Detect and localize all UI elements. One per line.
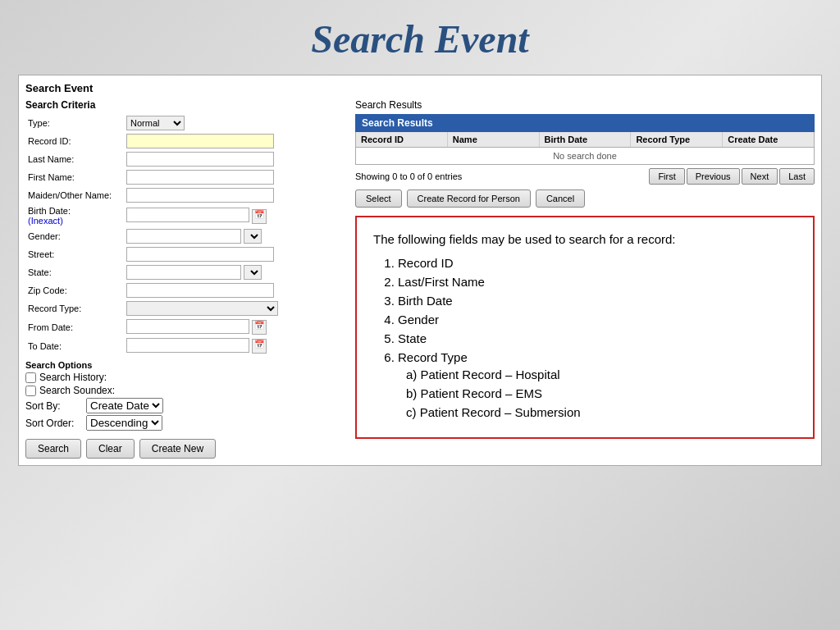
sort-order-select[interactable]: Descending Ascending — [86, 415, 162, 431]
gender-input[interactable] — [126, 229, 241, 244]
record-type-label: Record Type: — [25, 299, 124, 317]
cancel-button[interactable]: Cancel — [536, 189, 585, 208]
search-soundex-label: Search Soundex: — [39, 385, 115, 396]
col-birth-date: Birth Date — [540, 132, 632, 147]
from-date-input[interactable] — [126, 319, 249, 334]
street-input[interactable] — [126, 247, 274, 262]
list-item: Birth Date — [398, 294, 797, 308]
page-title: Search Event — [311, 16, 528, 62]
results-columns: Record ID Name Birth Date Record Type Cr… — [355, 132, 815, 148]
sub-list: a) Patient Record – Hospital b) Patient … — [406, 368, 797, 419]
no-search-row: No search done — [355, 148, 815, 165]
inexact-label: (Inexact) — [28, 216, 63, 226]
sort-by-row: Sort By: Create Date Last Name First Nam… — [25, 398, 345, 413]
state-input[interactable] — [126, 265, 241, 280]
birth-date-input[interactable] — [126, 208, 249, 222]
main-panel: Search Event Search Criteria Type: Norma… — [18, 75, 822, 466]
record-id-input[interactable] — [126, 134, 274, 148]
last-name-label: Last Name: — [25, 150, 124, 168]
clear-button[interactable]: Clear — [86, 439, 135, 459]
birth-date-label: Birth Date: (Inexact) — [25, 204, 124, 227]
last-name-input[interactable] — [126, 152, 274, 167]
from-date-label: From Date: — [25, 317, 124, 336]
zip-code-label: Zip Code: — [25, 281, 124, 299]
to-date-label: To Date: — [25, 336, 124, 355]
search-history-row: Search History: — [25, 372, 345, 383]
sub-list-item: c) Patient Record – Submersion — [406, 405, 797, 419]
showing-row: Showing 0 to 0 of 0 entries First Previo… — [355, 168, 815, 185]
search-criteria-label: Search Criteria — [25, 99, 345, 111]
sub-list-item: b) Patient Record – EMS — [406, 386, 797, 400]
sort-by-select[interactable]: Create Date Last Name First Name — [86, 398, 163, 413]
panel-title: Search Event — [25, 82, 815, 94]
select-button[interactable]: Select — [355, 189, 402, 208]
col-name: Name — [448, 132, 540, 147]
first-name-input[interactable] — [126, 170, 274, 185]
col-record-type: Record Type — [631, 132, 723, 147]
from-date-calendar-icon[interactable]: 📅 — [252, 320, 267, 335]
col-record-id: Record ID — [356, 132, 448, 147]
gender-label: Gender: — [25, 227, 124, 245]
next-button[interactable]: Next — [742, 168, 778, 185]
record-id-label: Record ID: — [25, 132, 124, 150]
create-record-button[interactable]: Create Record for Person — [407, 189, 531, 208]
search-options-title: Search Options — [25, 360, 345, 370]
info-box: The following fields may be used to sear… — [355, 216, 815, 439]
sort-order-label: Sort Order: — [25, 418, 83, 429]
list-item: Record Type a) Patient Record – Hospital… — [398, 350, 797, 419]
to-date-calendar-icon[interactable]: 📅 — [252, 339, 267, 354]
list-item: Record ID — [398, 256, 797, 270]
info-list: Record ID Last/First Name Birth Date Gen… — [398, 256, 797, 419]
results-header-bar: Search Results — [355, 114, 815, 132]
type-select[interactable]: Normal Advanced — [126, 116, 185, 130]
type-label: Type: — [25, 114, 124, 132]
action-buttons: Search Clear Create New — [25, 439, 345, 459]
record-type-select[interactable]: Patient Record – Hospital Patient Record… — [126, 301, 278, 316]
left-column: Search Criteria Type: Normal Advanced Re… — [25, 99, 345, 459]
sort-order-row: Sort Order: Descending Ascending — [25, 415, 345, 431]
to-date-input[interactable] — [126, 338, 249, 353]
first-name-label: First Name: — [25, 168, 124, 186]
search-soundex-checkbox[interactable] — [25, 386, 36, 396]
first-button[interactable]: First — [649, 168, 684, 185]
maiden-name-input[interactable] — [126, 188, 274, 203]
list-item: State — [398, 331, 797, 345]
list-item: Gender — [398, 313, 797, 326]
last-button[interactable]: Last — [779, 168, 815, 185]
info-intro: The following fields may be used to sear… — [373, 231, 797, 248]
results-action-row: Select Create Record for Person Cancel — [355, 189, 815, 208]
search-soundex-row: Search Soundex: — [25, 385, 345, 396]
search-results-section-label: Search Results — [355, 99, 815, 111]
list-item: Last/First Name — [398, 275, 797, 289]
street-label: Street: — [25, 245, 124, 263]
previous-button[interactable]: Previous — [687, 168, 740, 185]
zip-code-input[interactable] — [126, 283, 274, 298]
search-history-checkbox[interactable] — [25, 372, 36, 383]
maiden-name-label: Maiden/Other Name: — [25, 186, 124, 204]
state-label: State: — [25, 263, 124, 281]
showing-text: Showing 0 to 0 of 0 entries — [355, 171, 462, 181]
gender-select[interactable]: ▼ — [244, 229, 262, 244]
nav-buttons: First Previous Next Last — [649, 168, 815, 185]
sub-list-item: a) Patient Record – Hospital — [406, 368, 797, 381]
right-column: Search Results Search Results Record ID … — [355, 99, 815, 459]
sort-by-label: Sort By: — [25, 400, 83, 412]
create-new-button[interactable]: Create New — [139, 439, 216, 459]
calendar-icon[interactable]: 📅 — [252, 209, 267, 224]
search-criteria-form: Type: Normal Advanced Record ID: Last Na… — [25, 114, 345, 355]
search-history-label: Search History: — [39, 372, 107, 383]
state-select[interactable]: ▼ — [244, 265, 262, 280]
search-button[interactable]: Search — [25, 439, 81, 459]
col-create-date: Create Date — [723, 132, 814, 147]
